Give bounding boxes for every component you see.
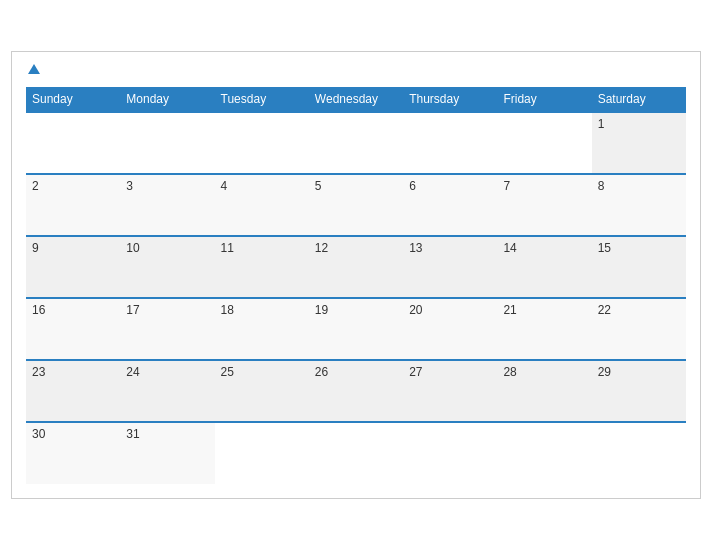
weekday-header-friday: Friday	[497, 87, 591, 112]
day-number: 17	[126, 303, 139, 317]
calendar-table: SundayMondayTuesdayWednesdayThursdayFrid…	[26, 87, 686, 484]
day-cell: 15	[592, 236, 686, 298]
week-row-2: 2345678	[26, 174, 686, 236]
calendar: SundayMondayTuesdayWednesdayThursdayFrid…	[11, 51, 701, 500]
day-number: 9	[32, 241, 39, 255]
day-cell: 27	[403, 360, 497, 422]
day-cell	[26, 112, 120, 174]
day-cell: 17	[120, 298, 214, 360]
day-cell: 4	[215, 174, 309, 236]
day-number: 18	[221, 303, 234, 317]
weekday-header-thursday: Thursday	[403, 87, 497, 112]
day-cell: 18	[215, 298, 309, 360]
day-number: 29	[598, 365, 611, 379]
day-number: 1	[598, 117, 605, 131]
day-cell	[403, 112, 497, 174]
day-cell: 20	[403, 298, 497, 360]
day-number: 24	[126, 365, 139, 379]
weekday-header-tuesday: Tuesday	[215, 87, 309, 112]
weekday-header-row: SundayMondayTuesdayWednesdayThursdayFrid…	[26, 87, 686, 112]
day-number: 6	[409, 179, 416, 193]
calendar-header	[26, 62, 686, 80]
logo	[26, 62, 40, 80]
day-cell: 8	[592, 174, 686, 236]
week-row-6: 3031	[26, 422, 686, 484]
day-cell: 10	[120, 236, 214, 298]
day-cell: 9	[26, 236, 120, 298]
day-number: 23	[32, 365, 45, 379]
day-cell: 25	[215, 360, 309, 422]
day-cell: 19	[309, 298, 403, 360]
day-cell	[215, 422, 309, 484]
day-number: 16	[32, 303, 45, 317]
day-number: 20	[409, 303, 422, 317]
day-number: 10	[126, 241, 139, 255]
logo-triangle-icon	[28, 64, 40, 74]
day-number: 8	[598, 179, 605, 193]
day-number: 11	[221, 241, 234, 255]
day-cell: 7	[497, 174, 591, 236]
day-cell: 22	[592, 298, 686, 360]
weekday-header-monday: Monday	[120, 87, 214, 112]
day-cell: 11	[215, 236, 309, 298]
day-number: 28	[503, 365, 516, 379]
logo-line1	[26, 62, 40, 80]
day-cell	[497, 422, 591, 484]
week-row-5: 23242526272829	[26, 360, 686, 422]
weekday-header-wednesday: Wednesday	[309, 87, 403, 112]
day-cell	[309, 112, 403, 174]
week-row-1: 1	[26, 112, 686, 174]
day-cell	[497, 112, 591, 174]
weekday-header-saturday: Saturday	[592, 87, 686, 112]
day-number: 3	[126, 179, 133, 193]
day-cell: 30	[26, 422, 120, 484]
day-cell: 31	[120, 422, 214, 484]
day-cell: 3	[120, 174, 214, 236]
day-number: 14	[503, 241, 516, 255]
day-number: 13	[409, 241, 422, 255]
day-cell: 14	[497, 236, 591, 298]
day-number: 12	[315, 241, 328, 255]
day-number: 21	[503, 303, 516, 317]
day-number: 31	[126, 427, 139, 441]
day-cell: 6	[403, 174, 497, 236]
day-number: 7	[503, 179, 510, 193]
day-number: 4	[221, 179, 228, 193]
day-number: 5	[315, 179, 322, 193]
day-cell: 29	[592, 360, 686, 422]
week-row-3: 9101112131415	[26, 236, 686, 298]
day-cell: 23	[26, 360, 120, 422]
day-cell: 2	[26, 174, 120, 236]
day-number: 25	[221, 365, 234, 379]
day-number: 2	[32, 179, 39, 193]
day-number: 27	[409, 365, 422, 379]
day-number: 26	[315, 365, 328, 379]
day-cell: 13	[403, 236, 497, 298]
day-cell: 24	[120, 360, 214, 422]
day-cell	[403, 422, 497, 484]
day-cell: 28	[497, 360, 591, 422]
week-row-4: 16171819202122	[26, 298, 686, 360]
day-cell: 16	[26, 298, 120, 360]
day-cell: 26	[309, 360, 403, 422]
day-cell: 1	[592, 112, 686, 174]
day-number: 19	[315, 303, 328, 317]
day-number: 22	[598, 303, 611, 317]
weekday-header-sunday: Sunday	[26, 87, 120, 112]
day-number: 30	[32, 427, 45, 441]
day-number: 15	[598, 241, 611, 255]
day-cell	[215, 112, 309, 174]
day-cell	[309, 422, 403, 484]
day-cell: 21	[497, 298, 591, 360]
day-cell	[592, 422, 686, 484]
day-cell: 5	[309, 174, 403, 236]
day-cell: 12	[309, 236, 403, 298]
day-cell	[120, 112, 214, 174]
